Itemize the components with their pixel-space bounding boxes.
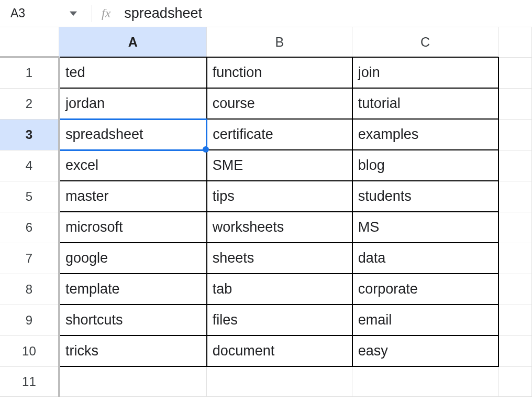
selection-handle[interactable] [203, 146, 209, 153]
cell-a3-value: spreadsheet [65, 126, 143, 142]
cell-d2[interactable] [498, 88, 532, 119]
cell-a5[interactable]: master [59, 181, 207, 212]
cell-a9[interactable]: shortcuts [59, 305, 207, 336]
divider [92, 5, 92, 22]
cell-d11[interactable] [498, 366, 532, 396]
cell-c9[interactable]: email [352, 305, 498, 336]
row-header-8[interactable]: 8 [0, 274, 59, 305]
cell-b8[interactable]: tab [207, 274, 352, 305]
name-box[interactable]: A3 [0, 0, 86, 27]
cell-c11[interactable] [352, 366, 498, 396]
cell-d6[interactable] [498, 212, 532, 243]
spreadsheet-grid: A B C 1 ted function join 2 jordan cours… [0, 27, 532, 397]
cell-a7[interactable]: google [59, 243, 207, 274]
column-header-d[interactable] [498, 27, 532, 57]
cell-b2[interactable]: course [207, 88, 352, 119]
cell-b1[interactable]: function [207, 57, 352, 88]
cell-c10[interactable]: easy [352, 336, 498, 366]
row-header-7[interactable]: 7 [0, 243, 59, 274]
cell-c3[interactable]: examples [352, 119, 498, 150]
column-header-b[interactable]: B [207, 27, 352, 57]
cell-b10[interactable]: document [207, 336, 352, 366]
cell-c1[interactable]: join [352, 57, 498, 88]
cell-c2[interactable]: tutorial [352, 88, 498, 119]
cell-a3[interactable]: spreadsheet [59, 119, 207, 150]
column-header-c[interactable]: C [352, 27, 498, 57]
cell-c6[interactable]: MS [352, 212, 498, 243]
cell-b11[interactable] [207, 366, 352, 396]
cell-b7[interactable]: sheets [207, 243, 352, 274]
cell-d3[interactable] [498, 119, 532, 150]
cell-c7[interactable]: data [352, 243, 498, 274]
row-header-2[interactable]: 2 [0, 88, 59, 119]
fx-icon: fx [97, 6, 122, 20]
cell-d10[interactable] [498, 336, 532, 366]
column-header-a[interactable]: A [59, 27, 207, 57]
name-box-value: A3 [10, 6, 25, 20]
cell-d5[interactable] [498, 181, 532, 212]
name-box-dropdown-icon[interactable] [70, 10, 77, 17]
select-all-corner[interactable] [0, 27, 59, 57]
cell-d9[interactable] [498, 305, 532, 336]
cell-c4[interactable]: blog [352, 150, 498, 181]
cell-d4[interactable] [498, 150, 532, 181]
row-header-10[interactable]: 10 [0, 336, 59, 366]
cell-a6[interactable]: microsoft [59, 212, 207, 243]
row-header-5[interactable]: 5 [0, 181, 59, 212]
cell-d1[interactable] [498, 57, 532, 88]
cell-d8[interactable] [498, 274, 532, 305]
cell-c5[interactable]: students [352, 181, 498, 212]
row-header-6[interactable]: 6 [0, 212, 59, 243]
formula-bar: A3 fx [0, 0, 532, 27]
cell-a8[interactable]: template [59, 274, 207, 305]
row-header-9[interactable]: 9 [0, 305, 59, 336]
row-header-1[interactable]: 1 [0, 57, 59, 88]
row-header-3[interactable]: 3 [0, 119, 59, 150]
cell-a10[interactable]: tricks [59, 336, 207, 366]
cell-b4[interactable]: SME [207, 150, 352, 181]
cell-b9[interactable]: files [207, 305, 352, 336]
cell-a11[interactable] [59, 366, 207, 396]
sheet-area: A B C 1 ted function join 2 jordan cours… [0, 27, 532, 397]
cell-b6[interactable]: worksheets [207, 212, 352, 243]
row-header-11[interactable]: 11 [0, 366, 59, 396]
cell-a1[interactable]: ted [59, 57, 207, 88]
cell-c8[interactable]: corporate [352, 274, 498, 305]
cell-a2[interactable]: jordan [59, 88, 207, 119]
formula-input[interactable] [122, 0, 532, 27]
cell-b5[interactable]: tips [207, 181, 352, 212]
cell-b3[interactable]: certificate [207, 119, 352, 150]
cell-d7[interactable] [498, 243, 532, 274]
row-header-4[interactable]: 4 [0, 150, 59, 181]
cell-a4[interactable]: excel [59, 150, 207, 181]
